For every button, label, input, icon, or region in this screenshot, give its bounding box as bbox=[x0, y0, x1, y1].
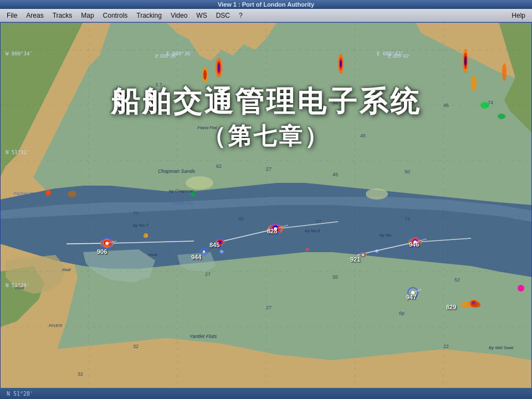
menu-video[interactable]: Video bbox=[166, 11, 192, 21]
label-mud2: mud bbox=[62, 267, 71, 272]
menu-map[interactable]: Map bbox=[76, 11, 98, 21]
depth-18: 27 bbox=[205, 272, 211, 277]
menu-tracks[interactable]: Tracks bbox=[48, 11, 77, 21]
status-coord-left: N 51°28' bbox=[0, 391, 40, 397]
vessel-label-944: 944 bbox=[191, 254, 201, 260]
label-mud1: mud bbox=[16, 285, 24, 290]
svg-point-7 bbox=[518, 285, 524, 291]
label-by-no7: by No.7 bbox=[133, 223, 149, 228]
label-mud3: mud bbox=[149, 252, 157, 257]
svg-point-44 bbox=[464, 56, 467, 66]
vessel-label-845: 845 bbox=[209, 242, 219, 248]
svg-point-8 bbox=[220, 250, 223, 253]
label-isow1: Iso.W 2s bbox=[306, 247, 324, 252]
svg-point-38 bbox=[203, 70, 207, 80]
label-yantlet-flats: Yantlet Flats bbox=[190, 334, 217, 339]
svg-point-1 bbox=[186, 176, 213, 190]
menu-dsc[interactable]: DSC bbox=[212, 11, 234, 21]
svg-point-49 bbox=[68, 191, 76, 197]
label-isow2: Iso.W 2s bbox=[393, 247, 411, 252]
depth-22: 6p bbox=[399, 310, 405, 316]
menu-ws[interactable]: WS bbox=[192, 11, 211, 21]
menu-areas[interactable]: Areas bbox=[22, 11, 48, 21]
depth-20: 52 bbox=[454, 277, 460, 283]
svg-point-46 bbox=[502, 63, 507, 81]
menu-question[interactable]: ? bbox=[234, 11, 247, 21]
depth-16: 57 bbox=[316, 219, 321, 224]
vessel-label-947: 947 bbox=[406, 294, 416, 300]
depth-25: 32 bbox=[78, 371, 83, 377]
svg-point-4 bbox=[45, 190, 51, 196]
status-bar: N 51°28' bbox=[0, 388, 532, 399]
label-river: RIVER bbox=[49, 323, 62, 328]
label-fi2w: FI(2)W 20s bbox=[14, 191, 36, 196]
vessel-label-906: 906 bbox=[97, 248, 107, 255]
label-chapman-sands: Chapman Sands bbox=[158, 168, 195, 174]
svg-point-51 bbox=[105, 242, 109, 245]
svg-point-36 bbox=[218, 63, 220, 72]
svg-point-2 bbox=[366, 188, 388, 200]
depth-23: 32 bbox=[133, 344, 139, 349]
svg-point-48 bbox=[498, 114, 505, 119]
depth-10: 62 bbox=[216, 163, 222, 169]
chinese-title-line1: 船舶交通管理电子系统 bbox=[55, 83, 477, 121]
svg-point-41 bbox=[340, 60, 342, 68]
menu-bar: File Areas Tracks Map Controls Tracking … bbox=[0, 9, 532, 22]
depth-17: 74 bbox=[405, 216, 410, 222]
vessel-label-946: 946 bbox=[409, 241, 419, 248]
chart-svg bbox=[0, 22, 532, 399]
title-bar: View 1 : Port of London Authority bbox=[0, 0, 532, 9]
menu-file[interactable]: File bbox=[2, 11, 22, 21]
label-by-chapman: by Chapman bbox=[169, 188, 194, 193]
label-fly: Fl.Y. 2.5s bbox=[142, 233, 160, 238]
vessel-label-921: 921 bbox=[350, 256, 360, 263]
depth-14: 77 bbox=[133, 211, 139, 216]
depth-24: 22 bbox=[443, 344, 449, 349]
depth-15: 95 bbox=[238, 216, 244, 222]
coord-top-left: W 000°34' bbox=[6, 51, 33, 57]
label-hy-no: hy No. bbox=[380, 233, 392, 238]
vessel-label-829: 829 bbox=[446, 304, 456, 310]
depth-19: 55 bbox=[332, 274, 338, 280]
svg-point-33 bbox=[473, 302, 480, 308]
label-by-mid-swat: By Mid Swat bbox=[489, 345, 513, 350]
overlay-text: 船舶交通管理电子系统 （第七章） bbox=[55, 83, 477, 152]
menu-help[interactable]: Help bbox=[507, 11, 530, 21]
depth-12: 45 bbox=[332, 172, 338, 177]
menu-controls[interactable]: Controls bbox=[99, 11, 132, 21]
label-e036: E 000°36' bbox=[155, 53, 177, 59]
depth-7: 74 bbox=[488, 100, 493, 105]
map-area[interactable]: W 000°34' E 000°36' E 000°42' N 51°31' N… bbox=[0, 22, 532, 399]
svg-point-32 bbox=[461, 301, 470, 308]
depth-11: 27 bbox=[266, 166, 272, 172]
coord-lat1: N 51°31' bbox=[6, 150, 29, 155]
label-e042: E 000°42' bbox=[388, 53, 410, 59]
menu-tracking[interactable]: Tracking bbox=[132, 11, 166, 21]
vessel-label-828: 828 bbox=[267, 228, 277, 234]
label-by-no6: by No.6 bbox=[305, 228, 320, 233]
chinese-title-line2: （第七章） bbox=[55, 121, 477, 152]
label-fi3g: FI(3)G 10s bbox=[172, 201, 193, 206]
depth-21: 27 bbox=[266, 305, 272, 310]
svg-point-3 bbox=[272, 255, 305, 266]
window-title: View 1 : Port of London Authority bbox=[218, 1, 314, 8]
depth-13: 50 bbox=[405, 169, 410, 175]
